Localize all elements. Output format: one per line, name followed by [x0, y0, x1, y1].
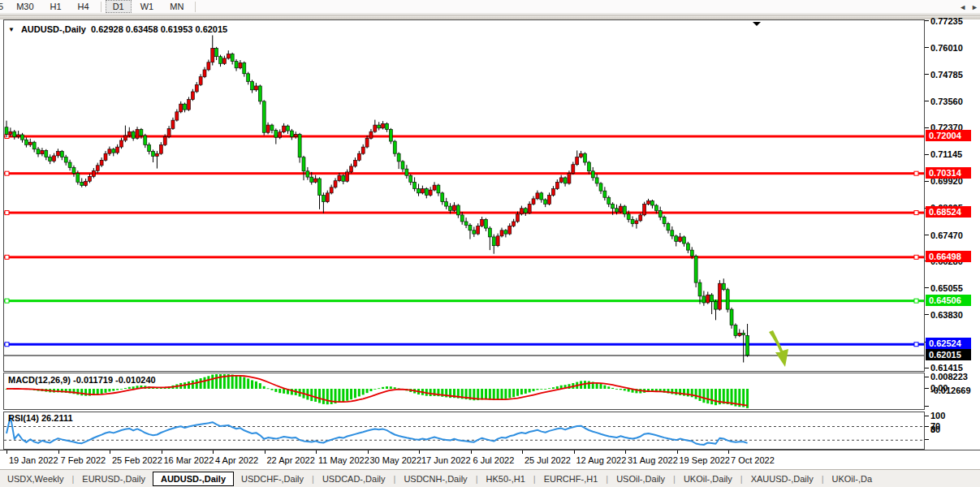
tab-hk50-h1[interactable]: HK50-,H1 [478, 472, 532, 486]
rsi-tick-mark [925, 439, 929, 440]
date-tick-label: 7 Oct 2022 [731, 455, 775, 465]
date-axis[interactable]: 19 Jan 20227 Feb 202225 Feb 202216 Mar 2… [0, 450, 980, 468]
price-tick-mark [925, 314, 929, 315]
date-tick-mark [522, 450, 523, 454]
price-tick-label: 0.63830 [930, 309, 963, 321]
tab-usdx-weekly[interactable]: USDX,Weekly [0, 472, 71, 486]
date-tick-label: 7 Feb 2022 [61, 455, 106, 465]
date-tick-mark [316, 450, 317, 454]
last-bar-marker-icon [753, 22, 761, 26]
price-tick-mark [925, 101, 929, 101]
date-tick-label: 31 Aug 2022 [628, 455, 678, 465]
macd-values: -0.011719 -0.010240 [73, 375, 156, 385]
timeframe-toolbar: 5M30H1H4D1W1MN [0, 0, 980, 14]
timeframe-button-m30[interactable]: M30 [9, 0, 41, 13]
timeframe-button-mn[interactable]: MN [162, 0, 191, 13]
date-tick-mark [728, 450, 729, 454]
rsi-name: RSI(14) [8, 413, 39, 423]
hline-price-label: 0.68524 [926, 206, 971, 218]
price-chart-pane[interactable] [3, 19, 925, 372]
timeframe-button-w1[interactable]: W1 [133, 0, 162, 13]
date-tick-label: 6 Jul 2022 [473, 455, 515, 465]
hline-handle-left[interactable] [5, 299, 9, 303]
hline-handle-right[interactable] [914, 299, 918, 303]
sell-arrow-annotation[interactable] [769, 330, 788, 367]
date-tick-mark [58, 450, 59, 454]
date-tick-label: 4 Apr 2022 [215, 455, 258, 465]
rsi-chart[interactable] [4, 412, 924, 449]
price-tick-mark [925, 127, 929, 128]
date-tick-mark [110, 450, 110, 454]
date-tick-mark [265, 450, 266, 454]
macd-scale-label: -0.012669 [930, 385, 971, 396]
macd-label: MACD(12,26,9) -0.011719 -0.010240 [8, 375, 156, 385]
tab-eurchf-h1[interactable]: EURCHF-,H1 [537, 472, 606, 486]
date-tick-mark [471, 450, 472, 454]
hline-handle-left[interactable] [5, 343, 9, 347]
date-tick-mark [6, 450, 7, 454]
date-tick-mark [574, 450, 575, 454]
price-axis[interactable]: 0.772350.760100.747850.735600.723700.711… [925, 19, 980, 450]
tab-eurusd-daily[interactable]: EURUSD-,Daily [75, 472, 153, 486]
hline-handle-right[interactable] [914, 211, 918, 215]
chart-symbol-header: ▼ AUDUSD-,Daily 0.62928 0.63458 0.61953 … [8, 24, 227, 34]
hline-handle-right[interactable] [914, 171, 918, 175]
date-tick-mark [625, 450, 626, 454]
hline-price-label: 0.64506 [926, 295, 971, 306]
hline-handle-left[interactable] [5, 171, 9, 175]
date-tick-label: 25 Feb 2022 [112, 455, 162, 465]
hline-handle-left[interactable] [5, 211, 9, 215]
macd-tick-mark [925, 377, 929, 377]
rsi-tick-mark [925, 426, 929, 427]
macd-name: MACD(12,26,9) [8, 375, 71, 385]
hline-price-label: 0.70314 [926, 167, 971, 179]
chart-tab-bar: USDX,Weekly|EURUSD-,DailyAUDUSD-,DailyUS… [0, 469, 980, 487]
rsi-indicator-pane[interactable] [3, 412, 925, 450]
tab-ukoil-da[interactable]: UKOil-,Da [825, 472, 880, 486]
tab-usdchf-daily[interactable]: USDCHF-,Daily [234, 472, 311, 486]
macd-tick-mark [925, 388, 929, 389]
toolbar-separator [195, 2, 196, 12]
price-tick-label: 0.71145 [930, 149, 962, 160]
price-tick-mark [925, 74, 929, 75]
tab-usdcad-daily[interactable]: USDCAD-,Daily [315, 472, 393, 486]
price-tick-label: 0.74785 [930, 69, 963, 80]
timeframe-button-d1[interactable]: D1 [106, 0, 132, 13]
rsi-scale-label: 0 [930, 424, 935, 435]
hline-price-label: 0.62524 [926, 338, 971, 349]
chart-symbol-label: AUDUSD-,Daily [21, 24, 86, 34]
price-tick-mark [925, 235, 929, 235]
date-tick-label: 12 Aug 2022 [576, 455, 627, 465]
tab-scroll-right-icon[interactable]: ► [971, 3, 978, 11]
price-tick-label: 0.76010 [930, 42, 963, 54]
tab-xauusd-daily[interactable]: XAUUSD-,Daily [744, 472, 821, 486]
price-tick-mark [925, 287, 929, 288]
rsi-label: RSI(14) 26.2111 [8, 413, 73, 423]
timeframe-button-5[interactable]: 5 [0, 0, 7, 13]
tab-audusd-daily[interactable]: AUDUSD-,Daily [153, 472, 234, 486]
toolbar-separator [101, 2, 101, 12]
current-price-label: 0.62015 [926, 349, 971, 360]
price-tick-mark [925, 20, 929, 21]
symbol-collapse-icon[interactable]: ▼ [8, 26, 15, 33]
hline-price-label: 0.66498 [926, 251, 971, 262]
timeframe-button-h1[interactable]: H1 [43, 0, 69, 13]
candlestick-chart[interactable] [4, 20, 924, 371]
timeframe-button-h4[interactable]: H4 [71, 0, 97, 13]
date-tick-mark [213, 450, 214, 454]
hline-handle-right[interactable] [914, 343, 918, 347]
price-tick-mark [925, 181, 929, 182]
chart-ohlc-values: 0.62928 0.63458 0.61953 0.62015 [91, 24, 227, 34]
tab-ukoil-daily[interactable]: UKOil-,Daily [676, 472, 740, 486]
date-tick-mark [162, 450, 162, 454]
hline-handle-right[interactable] [914, 255, 918, 259]
macd-tick-mark [925, 406, 929, 407]
hline-handle-left[interactable] [5, 255, 9, 259]
price-tick-label: 0.77235 [930, 15, 963, 27]
tab-scroll-left-icon[interactable]: ◄ [959, 3, 966, 11]
tab-usoil-daily[interactable]: USOil-,Daily [609, 472, 672, 486]
rsi-value: 26.2111 [41, 413, 73, 423]
hline-price-label: 0.72004 [926, 130, 971, 141]
tab-usdcnh-daily[interactable]: USDCNH-,Daily [396, 472, 474, 486]
date-tick-mark [419, 450, 420, 454]
